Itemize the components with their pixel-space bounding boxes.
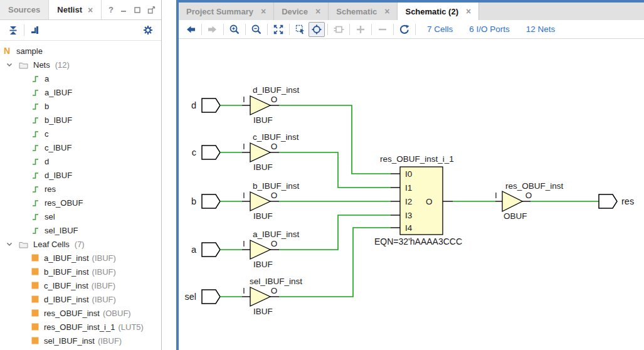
tree-item-net[interactable]: a_IBUF xyxy=(0,85,161,99)
instance-name: c_IBUF_inst xyxy=(253,132,299,142)
tree-item-net[interactable]: sel xyxy=(0,209,161,223)
close-icon[interactable]: × xyxy=(315,7,320,16)
instance-name: res_OBUF_inst xyxy=(505,181,564,191)
tab-netlist-label: Netlist xyxy=(57,5,82,14)
tree-item-net[interactable]: a xyxy=(0,72,161,85)
close-icon[interactable]: × xyxy=(88,6,93,14)
tree-item-net[interactable]: b_IBUF xyxy=(0,113,161,127)
settings-button[interactable] xyxy=(140,23,156,38)
minimize-icon[interactable] xyxy=(120,6,127,14)
output-port-shape[interactable] xyxy=(599,194,617,208)
net-icon xyxy=(31,171,40,179)
tree-item-net[interactable]: res_OBUF xyxy=(0,196,161,209)
schematic-canvas[interactable]: d I O d_IBUF_inst IBUF c xyxy=(179,39,644,350)
tree-item-net[interactable]: b xyxy=(0,99,161,113)
cell-label: res_OBUF_inst_i_1 xyxy=(44,322,115,332)
cell-icon xyxy=(31,323,39,331)
cell-icon xyxy=(31,295,39,303)
ibuf-cell-shape[interactable] xyxy=(250,143,270,162)
cell-type: (IBUF) xyxy=(98,336,122,346)
ibuf-cell-shape[interactable] xyxy=(250,96,270,115)
tab-device[interactable]: Device × xyxy=(274,3,329,20)
chevron-down-icon[interactable] xyxy=(5,240,14,248)
forward-button[interactable] xyxy=(204,22,221,37)
tree-item-net[interactable]: d_IBUF xyxy=(0,168,161,182)
pin-out-label: O xyxy=(525,191,532,200)
net-icon xyxy=(31,88,40,97)
instance-name: d_IBUF_inst xyxy=(253,85,300,95)
input-port-shape[interactable] xyxy=(202,290,220,304)
pin-out-label: O xyxy=(271,191,278,200)
pin-in-label: I xyxy=(243,239,245,248)
add-cell-button[interactable] xyxy=(330,22,347,37)
tree-item-net[interactable]: res xyxy=(0,182,161,196)
tree-item-net[interactable]: c xyxy=(0,127,161,141)
ibuf-cell-shape[interactable] xyxy=(250,192,270,211)
tree-item-cell[interactable]: c_IBUF_inst(IBUF) xyxy=(0,278,161,292)
cell-icon xyxy=(333,24,345,35)
tree-item-net[interactable]: d xyxy=(0,154,161,168)
tree-item-cell[interactable]: d_IBUF_inst(IBUF) xyxy=(0,292,161,306)
net-icon xyxy=(31,102,40,110)
collapse-all-button[interactable] xyxy=(5,23,21,38)
help-icon[interactable]: ? xyxy=(108,5,113,14)
nets-stat[interactable]: 12 Nets xyxy=(526,24,556,34)
chevron-down-icon[interactable] xyxy=(5,60,14,69)
tree-item-cell[interactable]: b_IBUF_inst(IBUF) xyxy=(0,265,161,278)
cells-stat[interactable]: 7 Cells xyxy=(427,24,453,34)
close-icon[interactable]: × xyxy=(466,7,471,16)
tree-item-net[interactable]: c_IBUF xyxy=(0,141,161,154)
autofit-selection-button[interactable] xyxy=(309,22,325,37)
zoom-fit-button[interactable] xyxy=(270,22,287,37)
zoom-in-button[interactable] xyxy=(226,22,243,37)
port-label: sel xyxy=(184,292,196,302)
tab-netlist[interactable]: Netlist × xyxy=(49,0,102,19)
expand-to-button[interactable] xyxy=(27,23,43,38)
io-ports-stat[interactable]: 6 I/O Ports xyxy=(469,24,510,34)
net-label: a xyxy=(45,74,49,83)
expand-cone-button[interactable] xyxy=(352,22,369,37)
tab-project-summary[interactable]: Project Summary × xyxy=(179,3,274,20)
tree-item-root[interactable]: N sample xyxy=(0,44,161,58)
close-icon[interactable]: × xyxy=(384,7,389,16)
regenerate-button[interactable] xyxy=(396,22,413,37)
back-button[interactable] xyxy=(182,22,199,37)
tree-item-cell[interactable]: a_IBUF_inst(IBUF) xyxy=(0,251,161,265)
obuf-cell-shape[interactable] xyxy=(502,191,522,211)
tree-item-cell[interactable]: res_OBUF_inst_i_1(LUT5) xyxy=(0,320,161,334)
zoom-out-button[interactable] xyxy=(248,22,265,37)
refresh-icon xyxy=(399,24,410,35)
collapse-cone-button[interactable] xyxy=(374,22,391,37)
net-label: sel xyxy=(45,212,55,221)
input-port-shape[interactable] xyxy=(202,146,220,159)
input-port-shape[interactable] xyxy=(202,194,220,208)
tab-sources[interactable]: Sources xyxy=(0,0,49,19)
tree-item-nets-header[interactable]: Nets (12) xyxy=(0,58,161,72)
net-icon xyxy=(31,157,40,166)
zoom-selection-button[interactable] xyxy=(292,22,309,37)
pin-out-label: O xyxy=(271,286,278,295)
input-port-shape[interactable] xyxy=(202,243,220,257)
leafcells-count: (7) xyxy=(75,240,85,249)
tab-schematic[interactable]: Schematic × xyxy=(329,3,398,20)
tree-item-cell[interactable]: sel_IBUF_inst(IBUF) xyxy=(0,334,161,347)
float-icon[interactable] xyxy=(147,6,156,14)
tree-item-cell[interactable]: res_OBUF_inst(OBUF) xyxy=(0,306,161,320)
maximize-icon[interactable] xyxy=(134,6,141,14)
divider xyxy=(371,24,372,35)
tree-root-label: sample xyxy=(16,46,43,56)
cell-label: c_IBUF_inst xyxy=(44,281,88,290)
net-label: res_OBUF xyxy=(45,198,83,208)
tree-item-leafcells-header[interactable]: Leaf Cells (7) xyxy=(0,237,161,251)
tab-schematic-2[interactable]: Schematic (2) × xyxy=(398,3,479,20)
net-label: a_IBUF xyxy=(45,88,72,97)
net-icon xyxy=(31,226,40,235)
close-icon[interactable]: × xyxy=(261,7,266,16)
cell-type: (IBUF) xyxy=(92,267,116,277)
ibuf-cell-shape[interactable] xyxy=(250,240,270,259)
ibuf-cell-shape[interactable] xyxy=(250,287,270,306)
input-port-shape[interactable] xyxy=(202,98,220,112)
tree-item-net[interactable]: sel_IBUF xyxy=(0,223,161,237)
pin-in-label: I xyxy=(243,142,245,151)
tab-label: Project Summary xyxy=(186,7,253,16)
